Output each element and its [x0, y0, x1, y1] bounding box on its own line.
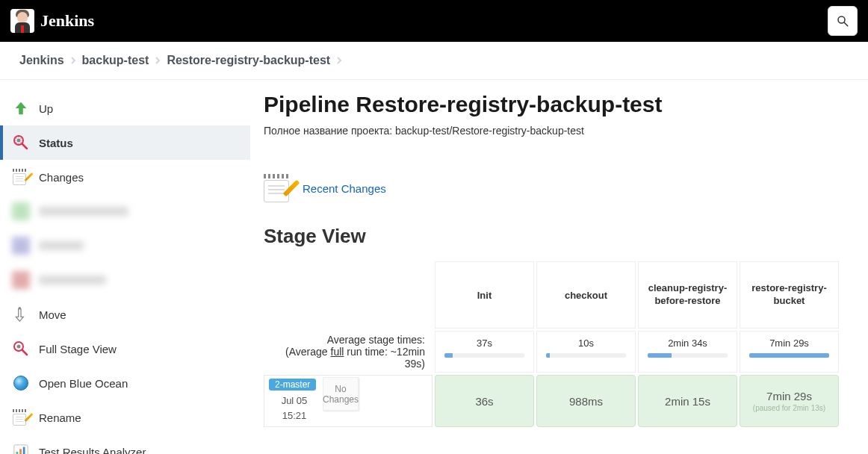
changes-icon — [12, 168, 30, 186]
sidebar-item-label: Test Results Analyzer — [39, 446, 146, 455]
stage-avg-init: 37s — [435, 331, 534, 373]
sidebar-item-label: Rename — [39, 411, 81, 424]
svg-line-4 — [22, 144, 27, 149]
stage-header-restore: restore-registry-bucket — [740, 261, 839, 329]
hidden-icon — [12, 271, 30, 289]
main-content: Pipeline Restore-registry-backup-test По… — [250, 80, 868, 454]
sidebar-item-full-stage-view[interactable]: Full Stage View — [0, 332, 250, 366]
chevron-right-icon — [155, 57, 161, 63]
stage-header-cleanup: cleanup-registry-before-restore — [638, 261, 737, 329]
sidebar-item-changes[interactable]: Changes — [0, 160, 250, 194]
analyzer-icon — [12, 443, 30, 454]
build-no-changes: No Changes — [323, 377, 359, 411]
sidebar-item-hidden-3[interactable] — [0, 263, 250, 297]
run-cell-restore[interactable]: 7min 29s (paused for 2min 13s) — [740, 375, 839, 427]
build-info-card[interactable]: 2-master Jul 05 15:21 No Changes — [264, 375, 433, 427]
crumb-jenkins[interactable]: Jenkins — [18, 52, 66, 69]
brand-link[interactable]: Jenkins — [10, 9, 94, 33]
sidebar-item-up[interactable]: Up — [0, 91, 250, 125]
full-stage-view-icon — [12, 340, 30, 358]
sidebar: Up Status Changes Move Full Stage Vi — [0, 80, 250, 454]
hidden-icon — [12, 237, 30, 255]
project-fullname: Полное название проекта: backup-test/Res… — [264, 125, 859, 137]
build-date: Jul 05 — [272, 395, 317, 406]
up-arrow-icon — [12, 99, 30, 117]
sidebar-item-label: Open Blue Ocean — [39, 377, 128, 390]
jenkins-logo-icon — [10, 9, 34, 33]
search-button[interactable] — [828, 6, 858, 36]
run-cell-cleanup[interactable]: 2min 15s — [638, 375, 737, 427]
move-icon — [12, 305, 30, 323]
stage-header-empty — [264, 261, 433, 329]
chevron-right-icon — [70, 57, 76, 63]
svg-rect-11 — [19, 449, 22, 454]
sidebar-item-test-results-analyzer[interactable]: Test Results Analyzer — [0, 435, 250, 454]
sidebar-item-label — [39, 276, 106, 284]
recent-changes-link[interactable]: Recent Changes — [303, 182, 386, 195]
build-branch-badge: 2-master — [269, 379, 316, 391]
average-times-label: Average stage times: (Average full run t… — [264, 331, 433, 373]
sidebar-item-rename[interactable]: Rename — [0, 400, 250, 435]
sidebar-item-label — [39, 207, 128, 216]
top-bar: Jenkins — [0, 0, 868, 42]
svg-point-3 — [17, 139, 21, 143]
sidebar-item-label: Move — [39, 308, 66, 321]
page-title: Pipeline Restore-registry-backup-test — [264, 92, 859, 117]
build-time: 15:21 — [272, 410, 317, 421]
breadcrumb: Jenkins backup-test Restore-registry-bac… — [0, 42, 868, 80]
run-cell-init[interactable]: 36s — [435, 375, 534, 427]
sidebar-item-label: Up — [39, 102, 53, 115]
stage-header-checkout: checkout — [536, 261, 636, 329]
svg-point-0 — [838, 16, 845, 23]
hidden-icon — [12, 202, 30, 220]
content-area: Up Status Changes Move Full Stage Vi — [0, 80, 868, 454]
sidebar-item-label — [39, 241, 84, 250]
sidebar-item-hidden-1[interactable] — [0, 194, 250, 228]
stage-view-grid: Init checkout cleanup-registry-before-re… — [264, 261, 859, 427]
crumb-backup-test[interactable]: backup-test — [81, 52, 151, 69]
stage-avg-cleanup: 2min 34s — [638, 331, 737, 373]
chevron-right-icon — [336, 57, 342, 63]
sidebar-item-label: Full Stage View — [39, 343, 117, 355]
run-cell-checkout[interactable]: 988ms — [536, 375, 636, 427]
search-icon — [836, 14, 849, 28]
svg-point-5 — [19, 307, 21, 309]
crumb-restore-registry[interactable]: Restore-registry-backup-test — [165, 52, 332, 69]
stage-view-title: Stage View — [264, 225, 859, 248]
sidebar-item-label: Changes — [39, 171, 84, 184]
sidebar-item-hidden-2[interactable] — [0, 228, 250, 263]
svg-rect-12 — [23, 447, 25, 454]
stage-header-init: Init — [435, 261, 534, 329]
sidebar-item-open-blue-ocean[interactable]: Open Blue Ocean — [0, 366, 250, 400]
recent-changes-row: Recent Changes — [264, 174, 859, 202]
sidebar-item-move[interactable]: Move — [0, 297, 250, 332]
sidebar-item-label: Status — [39, 137, 73, 149]
status-icon — [12, 134, 30, 152]
sidebar-item-status[interactable]: Status — [0, 125, 250, 160]
svg-line-8 — [22, 350, 27, 355]
svg-point-7 — [17, 345, 21, 349]
stage-avg-checkout: 10s — [536, 331, 636, 373]
stage-avg-restore: 7min 29s — [740, 331, 839, 373]
svg-line-1 — [844, 22, 848, 26]
rename-icon — [12, 408, 30, 426]
brand-name: Jenkins — [40, 11, 94, 31]
recent-changes-icon — [264, 174, 292, 202]
blue-ocean-icon — [12, 374, 30, 392]
